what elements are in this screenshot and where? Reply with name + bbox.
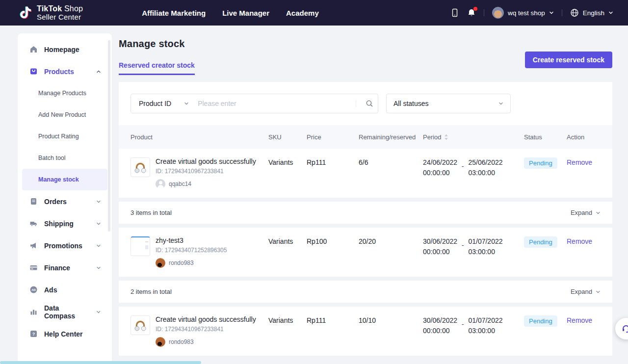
price-value: Rp111 [307, 157, 359, 166]
sidebar-item-promotions[interactable]: Promotions [18, 234, 112, 257]
headset-icon [621, 324, 628, 334]
col-price: Price [307, 133, 359, 141]
sidebar-item-shipping[interactable]: Shipping [18, 212, 112, 234]
chevron-down-icon [549, 10, 554, 15]
status-badge: Pending [524, 157, 557, 169]
status-filter-value: All statuses [393, 100, 429, 107]
customer-support-button[interactable] [615, 318, 628, 339]
sidebar-item-products[interactable]: Products [18, 60, 112, 82]
nav-academy[interactable]: Academy [286, 9, 319, 17]
remaining-value: 10/10 [359, 315, 423, 324]
horizontal-scrollbar[interactable] [0, 361, 201, 364]
creator-avatar [156, 258, 165, 268]
sidebar-subitem-product-rating[interactable]: Product Rating [18, 126, 112, 147]
price-value: Rp100 [307, 236, 359, 245]
create-reserved-stock-button[interactable]: Create reserved stock [525, 52, 612, 68]
product-name: Create virtual goods successfully [156, 315, 256, 323]
product-cell: zhy-test3 ID: 1729434071252896305 rondo9… [131, 236, 268, 268]
chevron-down-icon [184, 101, 189, 106]
search-field-selector[interactable]: Product ID [131, 100, 189, 107]
topbar-right: wq test shop English [450, 7, 613, 19]
expand-button[interactable]: Expand [571, 288, 601, 295]
col-product: Product [131, 133, 268, 141]
period-end-date: 01/07/2022 [468, 236, 502, 247]
period-end-date: 01/07/2022 [468, 315, 502, 326]
sku-value: Variants [268, 157, 307, 166]
sidebar-item-finance[interactable]: Finance [18, 257, 112, 279]
group-gap [119, 224, 612, 228]
price-value: Rp111 [307, 315, 359, 324]
table-row: Create virtual goods successfully ID: 17… [119, 307, 612, 356]
sidebar-item-help-center[interactable]: ? Help Center [18, 323, 112, 345]
page-title: Manage stock [119, 38, 612, 50]
chevron-up-icon [96, 69, 101, 74]
remaining-value: 20/20 [359, 236, 423, 245]
help-question-icon: ? [29, 330, 38, 338]
period-cell: 30/06/202200:00:00 - 01/07/202203:00:00 [423, 236, 524, 257]
sidebar-item-label: Orders [44, 198, 67, 206]
sidebar-subitem-manage-stock[interactable]: Manage stock [22, 169, 107, 190]
remove-button[interactable]: Remove [567, 157, 601, 166]
product-id: ID: 1729434071252896305 [156, 247, 227, 254]
sidebar-subitem-batch-tool[interactable]: Batch tool [18, 147, 112, 169]
period-end-date: 25/06/2022 [468, 157, 502, 168]
status-badge: Pending [524, 236, 557, 248]
language-selector[interactable]: English [570, 8, 613, 17]
sidebar-item-label: Products [44, 68, 74, 76]
sidebar-item-label: Homepage [44, 46, 79, 53]
notifications-bell-icon[interactable] [467, 8, 476, 17]
period-end-time: 03:00:00 [468, 326, 502, 336]
sidebar-item-label: Data Compass [44, 304, 90, 320]
shop-switcher[interactable]: wq test shop [492, 7, 554, 19]
sidebar-subitem-add-new-product[interactable]: Add New Product [18, 104, 112, 126]
search-icon[interactable] [361, 94, 378, 113]
period-start-date: 30/06/2022 [423, 315, 457, 326]
col-status: Status [524, 133, 567, 141]
search-input[interactable] [189, 100, 356, 107]
sidebar-item-orders[interactable]: Orders [18, 190, 112, 212]
sidebar-item-data-compass[interactable]: Data Compass [18, 301, 112, 323]
col-sku: SKU [268, 133, 307, 141]
mobile-app-icon[interactable] [450, 8, 459, 17]
logo-shop: Shop [64, 4, 83, 13]
sidebar-item-homepage[interactable]: Homepage [18, 38, 112, 60]
creator-name: qqabc14 [169, 181, 191, 187]
sidebar-item-ads[interactable]: AD Ads [18, 279, 112, 301]
creator-avatar [156, 337, 165, 347]
sort-icon[interactable] [444, 134, 448, 140]
period-start-time: 00:00:00 [423, 168, 457, 178]
table-header: Product SKU Price Remaining/reserved Per… [119, 125, 612, 149]
sidebar-item-label: Finance [44, 264, 70, 272]
sku-value: Variants [268, 236, 307, 245]
topbar: TikTok Shop Seller Center Affiliate Mark… [0, 0, 628, 26]
group-gap [119, 303, 612, 307]
chevron-down-icon [596, 289, 601, 294]
product-cell: Create virtual goods successfully ID: 17… [131, 157, 268, 189]
remove-button[interactable]: Remove [567, 315, 601, 324]
main-content: Manage stock Create reserved stock Reser… [119, 33, 612, 364]
tiktok-shop-logo[interactable]: TikTok Shop Seller Center [20, 4, 83, 22]
language-label: English [583, 9, 604, 17]
remove-button[interactable]: Remove [567, 236, 601, 245]
sidebar-scrollbar[interactable] [108, 40, 110, 232]
expand-button[interactable]: Expand [571, 209, 601, 216]
period-start-date: 24/06/2022 [423, 157, 457, 168]
sidebar-subitem-manage-products[interactable]: Manage Products [18, 82, 112, 104]
group-gap [119, 277, 612, 281]
nav-live-manager[interactable]: Live Manager [222, 9, 269, 17]
period-end-time: 03:00:00 [468, 168, 502, 178]
sku-value: Variants [268, 315, 307, 324]
items-count: 2 items in total [131, 288, 172, 295]
headphones-product-image [131, 315, 150, 335]
home-icon [29, 45, 38, 53]
period-start-date: 30/06/2022 [423, 236, 457, 247]
status-filter-select[interactable]: All statuses [386, 94, 511, 113]
period-separator: - [462, 236, 464, 257]
orders-document-icon [29, 197, 38, 206]
bar-chart-icon [29, 308, 38, 316]
nav-affiliate-marketing[interactable]: Affiliate Marketing [142, 9, 206, 17]
sidebar-item-label: Ads [44, 286, 57, 294]
filter-bar: Product ID All statuses [119, 82, 612, 125]
creator: rondo983 [156, 258, 227, 268]
tab-reserved-creator-stock[interactable]: Reserved creator stock [119, 61, 195, 75]
